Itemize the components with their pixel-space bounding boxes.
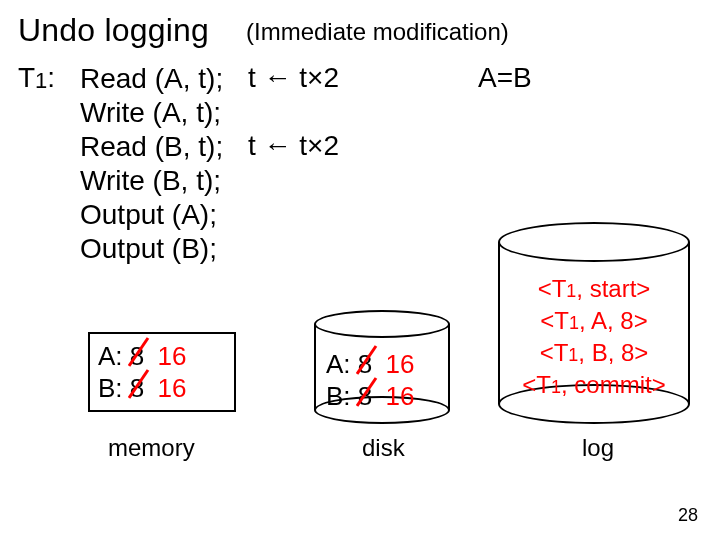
- slide-title: Undo logging: [18, 12, 209, 49]
- disk-contents: A: 8 16 B: 8 16: [326, 348, 414, 412]
- memory-a-old-wrap: 8: [130, 340, 144, 372]
- tx-sub: 1: [35, 68, 47, 93]
- log-l1-b: 1: [566, 281, 576, 301]
- assignment-1: t ← t×2: [248, 62, 339, 94]
- assignment-2: t ← t×2: [248, 130, 339, 162]
- precondition: A=B: [478, 62, 532, 94]
- tx-prefix: T: [18, 62, 35, 93]
- log-l3-b: 1: [568, 345, 578, 365]
- cylinder-top: [498, 222, 690, 262]
- disk-a-old-wrap: 8: [358, 348, 372, 380]
- disk-row-a: A: 8 16: [326, 348, 414, 380]
- disk-b-old: 8: [358, 381, 372, 411]
- log-line-1: <T1, start>: [502, 274, 686, 306]
- memory-caption: memory: [108, 434, 195, 462]
- log-l2-c: , A, 8>: [579, 307, 648, 334]
- code-line-2: Write (A, t);: [80, 96, 223, 130]
- log-contents: <T1, start> <T1, A, 8> <T1, B, 8> <T1, c…: [502, 274, 686, 402]
- log-l4-b: 1: [551, 377, 561, 397]
- log-caption: log: [582, 434, 614, 462]
- disk-b-new: 16: [386, 381, 415, 411]
- memory-a-old: 8: [130, 341, 144, 371]
- page-number: 28: [678, 505, 698, 526]
- memory-row-b: B: 8 16: [98, 372, 226, 404]
- log-line-3: <T1, B, 8>: [502, 338, 686, 370]
- log-l4-c: , commit>: [561, 371, 666, 398]
- slide: Undo logging (Immediate modification) T1…: [0, 0, 720, 540]
- code-line-1: Read (A, t);: [80, 62, 223, 96]
- memory-b-label: B:: [98, 373, 123, 403]
- memory-a-label: A:: [98, 341, 123, 371]
- code-line-4: Write (B, t);: [80, 164, 223, 198]
- disk-a-new: 16: [386, 349, 415, 379]
- log-l2-b: 1: [569, 313, 579, 333]
- memory-a-new: 16: [158, 341, 187, 371]
- code-line-3: Read (B, t);: [80, 130, 223, 164]
- log-line-2: <T1, A, 8>: [502, 306, 686, 338]
- disk-b-old-wrap: 8: [358, 380, 372, 412]
- log-l3-c: , B, 8>: [578, 339, 648, 366]
- cylinder-top: [314, 310, 450, 338]
- slide-subtitle: (Immediate modification): [246, 18, 509, 46]
- log-l1-c: , start>: [576, 275, 650, 302]
- transaction-code: Read (A, t); Write (A, t); Read (B, t); …: [80, 62, 223, 266]
- memory-b-old: 8: [130, 373, 144, 403]
- disk-caption: disk: [362, 434, 405, 462]
- tx-suffix: :: [47, 62, 55, 93]
- disk-row-b: B: 8 16: [326, 380, 414, 412]
- log-l2-a: <T: [540, 307, 569, 334]
- transaction-label: T1:: [18, 62, 55, 94]
- disk-b-label: B:: [326, 381, 351, 411]
- memory-box: A: 8 16 B: 8 16: [88, 332, 236, 412]
- code-line-6: Output (B);: [80, 232, 223, 266]
- disk-a-old: 8: [358, 349, 372, 379]
- memory-b-old-wrap: 8: [130, 372, 144, 404]
- log-l3-a: <T: [540, 339, 569, 366]
- log-l4-a: <T: [522, 371, 551, 398]
- memory-row-a: A: 8 16: [98, 340, 226, 372]
- log-line-4: <T1, commit>: [502, 370, 686, 402]
- disk-a-label: A:: [326, 349, 351, 379]
- memory-b-new: 16: [158, 373, 187, 403]
- log-l1-a: <T: [538, 275, 567, 302]
- code-line-5: Output (A);: [80, 198, 223, 232]
